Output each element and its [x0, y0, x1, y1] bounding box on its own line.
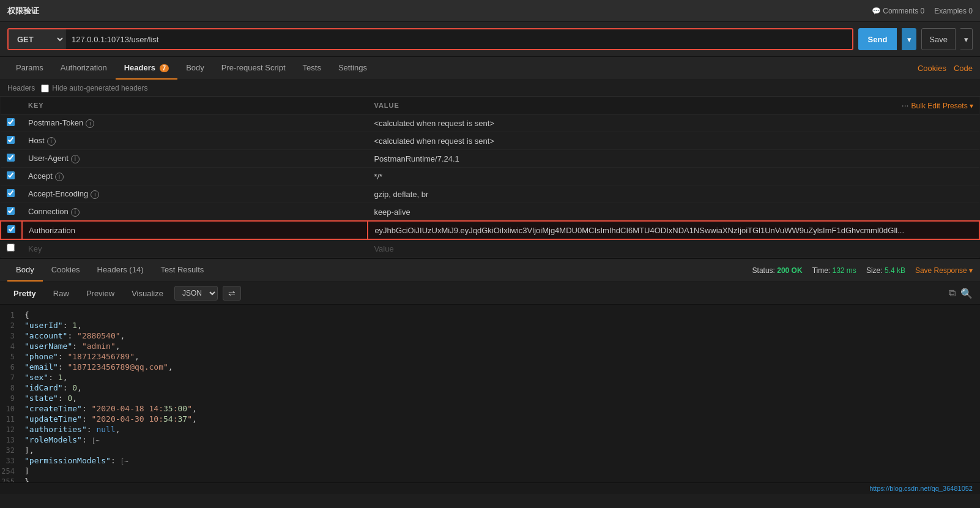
- empty-row-checkbox[interactable]: [7, 244, 15, 252]
- code-line: 1{: [0, 310, 980, 320]
- row-key: Accepti: [22, 168, 368, 185]
- url-input[interactable]: [65, 35, 852, 44]
- info-icon: i: [55, 173, 64, 181]
- code-line: 4 "userName": "admin",: [0, 341, 980, 351]
- row-checkbox-cell: [1, 132, 22, 150]
- row-checkbox[interactable]: [7, 225, 15, 233]
- top-bar: 权限验证 💬 Comments 0 Examples 0: [0, 0, 980, 22]
- status-label: Status: 200 OK: [752, 266, 803, 275]
- comments-icon: 💬: [872, 7, 881, 15]
- line-content: "email": "187123456789@qq.com",: [24, 362, 173, 372]
- examples-button[interactable]: Examples 0: [934, 7, 973, 15]
- comments-button[interactable]: 💬 Comments 0: [872, 7, 924, 15]
- search-button[interactable]: 🔍: [960, 288, 973, 299]
- tab-settings[interactable]: Settings: [330, 57, 376, 80]
- body-format-bar: Pretty Raw Preview Visualize JSON XML HT…: [0, 282, 980, 305]
- fmt-tab-visualize[interactable]: Visualize: [125, 286, 169, 301]
- empty-row: KeyValue: [1, 239, 979, 258]
- response-tab-headers[interactable]: Headers (14): [89, 259, 152, 282]
- bulk-edit-button[interactable]: Bulk Edit: [911, 102, 940, 110]
- info-icon: i: [91, 190, 99, 199]
- copy-button[interactable]: ⧉: [949, 288, 956, 299]
- url-input-group: GET POST PUT DELETE: [7, 28, 853, 50]
- headers-section: KEY VALUE ··· Bulk Edit Presets ▾ Postma…: [0, 97, 980, 258]
- row-checkbox[interactable]: [7, 118, 15, 126]
- send-button[interactable]: Send: [858, 28, 897, 50]
- line-number: 1: [0, 311, 24, 319]
- line-number: 10: [0, 405, 24, 413]
- row-key: User-Agenti: [22, 150, 368, 168]
- row-checkbox-cell: [1, 114, 22, 132]
- headers-badge: 7: [160, 64, 169, 72]
- line-content: "permissionModels": [⋯: [24, 456, 128, 465]
- line-content: "roleModels": [⋯: [24, 435, 100, 444]
- th-value: VALUE: [368, 97, 765, 114]
- code-line: 9 "state": 0,: [0, 393, 980, 403]
- line-number: 9: [0, 394, 24, 403]
- response-tab-body[interactable]: Body: [7, 259, 43, 282]
- code-line: 7 "sex": 1,: [0, 372, 980, 383]
- code-line: 11 "updateTime": "2020-04-30 10:54:37",: [0, 414, 980, 424]
- status-bar-link[interactable]: https://blog.csdn.net/qq_36481052: [869, 485, 973, 492]
- row-checkbox[interactable]: [7, 136, 15, 144]
- row-checkbox-cell: [1, 221, 22, 239]
- table-row: Connectionikeep-alive: [1, 203, 979, 222]
- row-key: Connectioni: [22, 203, 368, 222]
- headers-sub-label: Headers: [7, 84, 35, 92]
- top-bar-right: 💬 Comments 0 Examples 0: [872, 7, 973, 15]
- th-actions: ··· Bulk Edit Presets ▾: [765, 97, 979, 114]
- response-area: Body Cookies Headers (14) Test Results S…: [0, 258, 980, 482]
- tab-headers[interactable]: Headers 7: [116, 57, 177, 80]
- headers-table: KEY VALUE ··· Bulk Edit Presets ▾ Postma…: [0, 97, 980, 258]
- line-number: 11: [0, 415, 24, 424]
- row-key: Hosti: [22, 132, 368, 150]
- code-line: 13 "roleModels": [⋯: [0, 435, 980, 445]
- cookies-button[interactable]: Cookies: [918, 64, 946, 73]
- fmt-tab-pretty[interactable]: Pretty: [7, 286, 42, 301]
- code-line: 2 "userId": 1,: [0, 320, 980, 331]
- fmt-tab-preview[interactable]: Preview: [80, 286, 121, 301]
- tab-body[interactable]: Body: [177, 57, 213, 80]
- table-row: Hosti<calculated when request is sent>: [1, 132, 979, 150]
- presets-button[interactable]: Presets ▾: [943, 102, 973, 110]
- row-checkbox[interactable]: [7, 189, 15, 197]
- row-checkbox[interactable]: [7, 154, 15, 162]
- send-dropdown-button[interactable]: ▾: [902, 28, 916, 50]
- headers-sub-bar: Headers Hide auto-generated headers: [0, 80, 980, 97]
- fmt-right-icons: ⧉ 🔍: [949, 288, 973, 299]
- row-checkbox-cell: [1, 185, 22, 203]
- method-select[interactable]: GET POST PUT DELETE: [9, 29, 65, 49]
- tab-params[interactable]: Params: [7, 57, 52, 80]
- line-content: "account": "2880540",: [24, 331, 125, 340]
- response-tab-testresults[interactable]: Test Results: [152, 259, 212, 282]
- hide-autogenerated-toggle[interactable]: Hide auto-generated headers: [41, 84, 147, 92]
- main-tabs: Params Authorization Headers 7 Body Pre-…: [0, 57, 980, 80]
- tab-authorization[interactable]: Authorization: [52, 57, 116, 80]
- line-content: "phone": "187123456789",: [24, 352, 139, 361]
- code-button[interactable]: Code: [954, 64, 973, 73]
- line-content: }: [24, 477, 29, 482]
- response-tab-cookies[interactable]: Cookies: [43, 259, 89, 282]
- table-row: AuthorizationeyJhbGciOiJIUzUxMiJ9.eyJqdG…: [1, 221, 979, 239]
- tab-prerequest[interactable]: Pre-request Script: [213, 57, 294, 80]
- dots-menu-button[interactable]: ···: [902, 100, 909, 110]
- line-number: 6: [0, 363, 24, 372]
- code-line: 10 "createTime": "2020-04-18 14:35:00",: [0, 403, 980, 414]
- fmt-tab-raw[interactable]: Raw: [47, 286, 75, 301]
- app-title: 权限验证: [7, 6, 39, 17]
- tab-tests[interactable]: Tests: [294, 57, 330, 80]
- code-line: 33 "permissionModels": [⋯: [0, 455, 980, 466]
- save-response-button[interactable]: Save Response ▾: [915, 266, 973, 275]
- row-checkbox[interactable]: [7, 171, 15, 179]
- wrap-lines-button[interactable]: ⇌: [223, 286, 241, 301]
- format-select[interactable]: JSON XML HTML Text: [174, 286, 218, 301]
- line-number: 12: [0, 425, 24, 434]
- th-key: KEY: [22, 97, 368, 114]
- save-button[interactable]: Save: [921, 28, 956, 50]
- code-line: 32 ],: [0, 445, 980, 455]
- save-dropdown-button[interactable]: ▾: [960, 28, 973, 50]
- table-row: Accept-Encodingigzip, deflate, br: [1, 185, 979, 203]
- empty-key: Key: [22, 239, 368, 258]
- line-content: "createTime": "2020-04-18 14:35:00",: [24, 404, 197, 413]
- row-checkbox[interactable]: [7, 207, 15, 215]
